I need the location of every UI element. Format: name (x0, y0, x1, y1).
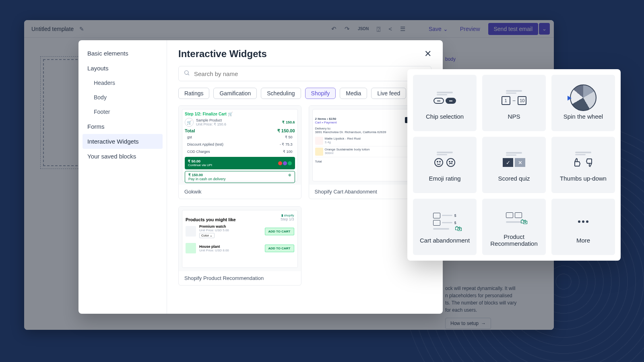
sidebar-item-basic[interactable]: Basic elements (83, 46, 163, 61)
chip-ratings[interactable]: Ratings (178, 88, 209, 99)
svg-point-6 (452, 161, 452, 162)
emoji-rating-icon (434, 158, 456, 167)
sidebar-item-layouts[interactable]: Layouts (83, 61, 163, 76)
nps-icon: 1–10 (502, 96, 527, 105)
tile-scored-quiz[interactable]: ✓✕ Scored quiz (482, 137, 546, 193)
tile-emoji-rating[interactable]: Emoji rating (413, 137, 477, 193)
sidebar-item-interactive[interactable]: Interactive Widgets (83, 134, 163, 149)
product-recommendation-icon: 🛍 (506, 212, 522, 224)
tile-spin-wheel[interactable]: Spin the wheel (551, 75, 615, 131)
card-recommendation[interactable]: ▮ shopify Products you might like Step 1… (178, 206, 301, 286)
chip-gamification[interactable]: Gamification (213, 88, 257, 99)
tile-thumbs[interactable]: Thumbs up-down (551, 137, 615, 193)
sidebar-item-forms[interactable]: Forms (83, 119, 163, 134)
sidebar-item-saved[interactable]: Your saved blocks (83, 149, 163, 164)
cart-abandonment-icon: $ $ 🛍 (433, 213, 456, 230)
shopify-bag-icon: 🛍 (520, 218, 528, 226)
tile-chip-selection[interactable]: Chip selection (413, 75, 477, 131)
chip-shopify[interactable]: Shopify (305, 88, 336, 99)
chip-scheduling[interactable]: Scheduling (261, 88, 301, 99)
chip-livefeed[interactable]: Live feed (371, 88, 406, 99)
widget-picker: Chip selection 1–10 NPS Spin the wheel E… (407, 69, 621, 261)
sidebar-item-footer[interactable]: Footer (83, 105, 163, 119)
shopify-bag-icon: 🛍 (455, 224, 462, 233)
thumbs-icon (572, 158, 594, 167)
tile-more[interactable]: More (551, 199, 615, 255)
sidebar-item-body[interactable]: Body (83, 90, 163, 105)
tile-nps[interactable]: 1–10 NPS (482, 75, 546, 131)
filter-chips: Ratings Gamification Scheduling Shopify … (178, 88, 431, 99)
svg-point-1 (435, 158, 443, 167)
modal-sidebar: Basic elements Layouts Headers Body Foot… (78, 40, 167, 314)
modal-title: Interactive Widgets (178, 48, 267, 60)
search-input[interactable] (194, 70, 426, 77)
card-gokwik[interactable]: Step 1/2: Finalize Cart 🛒 🛒 Sample Produ… (178, 105, 301, 199)
tile-product-recommendation[interactable]: 🛍 Product Recommendation (482, 199, 546, 255)
close-icon[interactable]: ✕ (424, 49, 431, 59)
svg-point-3 (440, 161, 440, 162)
wheel-icon (570, 84, 597, 111)
more-icon (578, 220, 588, 223)
widgets-modal: Basic elements Layouts Headers Body Foot… (78, 40, 443, 314)
svg-point-0 (185, 71, 188, 74)
modal-main: Interactive Widgets ✕ Ratings Gamificati… (167, 40, 443, 314)
cart-icon: 🛒 (185, 118, 194, 127)
svg-point-4 (447, 158, 455, 167)
quiz-icon: ✓✕ (503, 158, 525, 167)
svg-point-2 (437, 161, 438, 162)
search-container[interactable] (178, 66, 431, 81)
chip-selection-icon (433, 98, 456, 104)
search-icon (184, 70, 190, 78)
sidebar-item-headers[interactable]: Headers (83, 76, 163, 90)
chip-media[interactable]: Media (340, 88, 367, 99)
svg-point-5 (449, 161, 450, 162)
tile-cart-abandonment[interactable]: $ $ 🛍 Cart abandonment (413, 199, 477, 255)
